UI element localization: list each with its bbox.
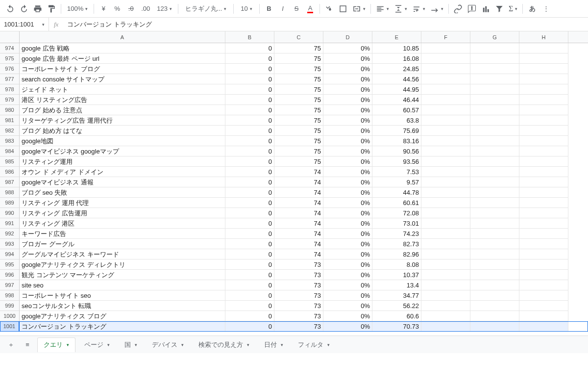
cell[interactable]: 73 <box>274 290 323 301</box>
rotate-button[interactable] <box>428 2 445 15</box>
row-header[interactable]: 981 <box>0 115 20 126</box>
cell[interactable] <box>519 280 568 290</box>
cell[interactable]: ブログ 始める 注意点 <box>20 105 225 115</box>
all-sheets-button[interactable]: ≡ <box>21 338 34 352</box>
cell[interactable]: 0% <box>323 270 372 280</box>
cell[interactable]: 0 <box>225 136 274 146</box>
cell[interactable]: リスティング 広告運用 <box>20 208 225 218</box>
cell[interactable]: 60.57 <box>372 105 421 115</box>
cell[interactable]: 0 <box>225 115 274 126</box>
cell[interactable]: 0 <box>225 64 274 74</box>
table-row[interactable]: 1000googleアナリティクス ブログ0730%60.6 <box>0 311 588 321</box>
cell[interactable]: 0 <box>225 208 274 218</box>
cell[interactable]: 82.96 <box>372 249 421 259</box>
cell[interactable] <box>470 105 519 115</box>
cell[interactable] <box>470 290 519 301</box>
table-row[interactable]: 986オウン ド メディア ドメイン0740%7.53 <box>0 167 588 177</box>
table-row[interactable]: 979港区 リスティング広告0750%46.44 <box>0 95 588 105</box>
table-row[interactable]: 993ブロガー グーグル0740%82.73 <box>0 239 588 249</box>
cell[interactable]: 0 <box>225 321 274 332</box>
table-row[interactable]: 996観光 コンテンツ マーケティング0730%10.37 <box>0 270 588 280</box>
column-header[interactable]: H <box>519 31 568 43</box>
row-header[interactable]: 988 <box>0 187 20 198</box>
cell[interactable]: 8.08 <box>372 259 421 270</box>
cell[interactable]: 0% <box>323 198 372 208</box>
cell[interactable]: 46.44 <box>372 95 421 105</box>
wrap-button[interactable] <box>410 2 427 15</box>
column-header[interactable]: B <box>225 31 274 43</box>
cell[interactable]: 90.56 <box>372 146 421 156</box>
row-header[interactable]: 987 <box>0 177 20 187</box>
comment-button[interactable] <box>466 2 478 15</box>
cell[interactable]: 70.73 <box>372 321 421 332</box>
cell[interactable] <box>470 198 519 208</box>
more-button[interactable]: ⋮ <box>539 2 552 15</box>
font-dropdown[interactable]: ヒラギノ丸... <box>181 2 230 15</box>
cell[interactable]: 0% <box>323 280 372 290</box>
cell[interactable] <box>519 198 568 208</box>
cell[interactable] <box>470 280 519 290</box>
cell[interactable] <box>519 95 568 105</box>
cell[interactable] <box>519 53 568 64</box>
cell[interactable] <box>470 311 519 321</box>
cell[interactable]: 0 <box>225 198 274 208</box>
cell[interactable]: 観光 コンテンツ マーケティング <box>20 270 225 280</box>
cell[interactable] <box>470 177 519 187</box>
table-row[interactable]: 998コーポレートサイト seo0730%34.77 <box>0 290 588 301</box>
row-header[interactable]: 978 <box>0 84 20 95</box>
cell[interactable]: 0% <box>323 301 372 311</box>
cell[interactable]: 75 <box>274 84 323 95</box>
paint-format-button[interactable] <box>45 2 58 15</box>
row-header[interactable]: 986 <box>0 167 20 177</box>
cell[interactable] <box>470 74 519 84</box>
cell[interactable] <box>519 187 568 198</box>
sheet-tab[interactable]: クエリ <box>37 337 75 352</box>
cell[interactable]: 0 <box>225 74 274 84</box>
column-header[interactable]: C <box>274 31 323 43</box>
cell[interactable] <box>421 321 470 332</box>
add-sheet-button[interactable]: ＋ <box>4 338 18 352</box>
cell[interactable] <box>421 105 470 115</box>
cell[interactable]: 73 <box>274 321 323 332</box>
cell[interactable]: 0 <box>225 270 274 280</box>
cell[interactable]: 0% <box>323 84 372 95</box>
cell[interactable]: 0 <box>225 290 274 301</box>
cell[interactable] <box>470 146 519 156</box>
row-header[interactable]: 982 <box>0 126 20 136</box>
cell[interactable]: 0% <box>323 290 372 301</box>
cell[interactable]: googleアナリティクス ブログ <box>20 311 225 321</box>
cell[interactable] <box>519 311 568 321</box>
cell[interactable] <box>470 218 519 229</box>
cell[interactable]: 74 <box>274 249 323 259</box>
cell[interactable]: 0% <box>323 187 372 198</box>
cell[interactable] <box>519 249 568 259</box>
column-header[interactable]: G <box>470 31 519 43</box>
cell[interactable]: 75.69 <box>372 126 421 136</box>
increase-decimal-button[interactable]: .00 <box>138 2 153 15</box>
cell[interactable]: オウン ド メディア ドメイン <box>20 167 225 177</box>
cell[interactable]: 44.95 <box>372 84 421 95</box>
cell[interactable]: 56.22 <box>372 301 421 311</box>
cell[interactable]: 75 <box>274 64 323 74</box>
cell[interactable] <box>519 301 568 311</box>
cell[interactable]: 0% <box>323 177 372 187</box>
table-row[interactable]: 976コーポレートサイト ブログ0750%24.85 <box>0 64 588 74</box>
cell[interactable] <box>470 115 519 126</box>
redo-button[interactable] <box>18 2 30 15</box>
cell[interactable]: 74 <box>274 177 323 187</box>
cell[interactable]: 75 <box>274 136 323 146</box>
row-header[interactable]: 980 <box>0 105 20 115</box>
borders-button[interactable] <box>337 2 349 15</box>
cell[interactable] <box>519 146 568 156</box>
link-button[interactable] <box>452 2 465 15</box>
row-header[interactable]: 975 <box>0 53 20 64</box>
column-header[interactable]: A <box>20 31 225 43</box>
cell[interactable]: リスティング 運用 代理 <box>20 198 225 208</box>
table-row[interactable]: 1001コンバージョン トラッキング0730%70.73 <box>0 321 588 332</box>
bold-button[interactable]: B <box>263 2 275 15</box>
cell[interactable]: 0 <box>225 218 274 229</box>
cell[interactable] <box>421 259 470 270</box>
cell[interactable] <box>421 146 470 156</box>
cell[interactable]: 0% <box>323 53 372 64</box>
cell[interactable] <box>470 321 519 332</box>
